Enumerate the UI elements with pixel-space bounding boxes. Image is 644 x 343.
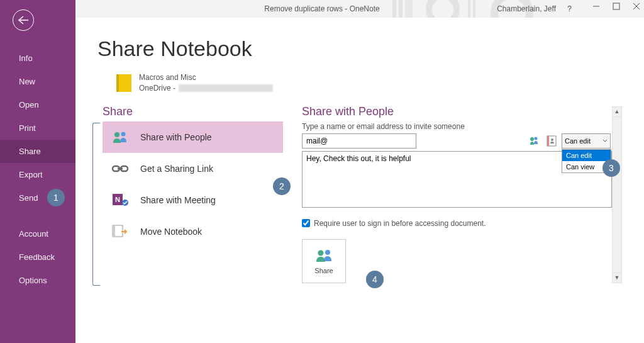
panel-heading: Share with People bbox=[302, 105, 611, 118]
nav-feedback[interactable]: Feedback bbox=[0, 245, 75, 269]
onenote-meeting-icon: N bbox=[111, 193, 129, 208]
svg-rect-8 bbox=[613, 3, 619, 9]
callout-4: 4 bbox=[366, 271, 384, 288]
nav-export[interactable]: Export bbox=[0, 163, 75, 186]
get-sharing-link-option[interactable]: Get a Sharing Link bbox=[103, 153, 283, 184]
people-icon bbox=[314, 248, 333, 263]
nav-open[interactable]: Open bbox=[0, 93, 75, 116]
svg-point-11 bbox=[114, 132, 119, 137]
share-button-label: Share bbox=[314, 267, 333, 274]
permission-option-edit[interactable]: Can edit bbox=[562, 150, 611, 161]
people-icon bbox=[111, 130, 129, 145]
nav-info[interactable]: Info bbox=[0, 47, 75, 70]
move-notebook-option[interactable]: Move Notebook bbox=[103, 216, 283, 247]
permission-dropdown[interactable]: Can edit Can edit Can view bbox=[562, 133, 611, 149]
callout-3: 3 bbox=[602, 159, 620, 177]
share-button[interactable]: Share bbox=[302, 239, 346, 283]
main-content: Share Notebook Macros and Misc OneDrive … bbox=[75, 18, 644, 343]
close-button[interactable] bbox=[632, 2, 641, 11]
move-notebook-icon bbox=[111, 224, 129, 239]
svg-point-12 bbox=[121, 132, 126, 136]
notebook-location-prefix: OneDrive - bbox=[139, 83, 175, 94]
share-panel: Share with People Type a name or email a… bbox=[302, 105, 622, 283]
nav-new[interactable]: New bbox=[0, 70, 75, 93]
notebook-name: Macros and Misc bbox=[139, 72, 273, 83]
svg-rect-20 bbox=[113, 225, 115, 237]
nav-share[interactable]: Share bbox=[0, 140, 75, 163]
share-with-people-option[interactable]: Share with People bbox=[103, 121, 283, 153]
window-title: Remove duplicate rows - OneNote bbox=[264, 4, 379, 13]
back-arrow-icon bbox=[18, 16, 29, 25]
nav-account[interactable]: Account bbox=[0, 222, 75, 245]
notebook-icon bbox=[116, 74, 131, 92]
svg-point-26 bbox=[318, 250, 324, 256]
option-label: Share with People bbox=[140, 132, 212, 142]
file-sidebar: Info New Open Print Share Export Send Ac… bbox=[0, 0, 75, 343]
scrollbar[interactable]: ▲ ▼ bbox=[612, 106, 622, 283]
nav-print[interactable]: Print bbox=[0, 116, 75, 140]
page-title: Share Notebook bbox=[97, 37, 622, 61]
option-label: Share with Meeting bbox=[140, 195, 216, 205]
option-label: Get a Sharing Link bbox=[140, 164, 213, 174]
maximize-button[interactable] bbox=[612, 2, 621, 11]
check-names-icon[interactable] bbox=[529, 136, 539, 146]
nav-options[interactable]: Options bbox=[0, 269, 75, 292]
svg-rect-24 bbox=[547, 136, 549, 146]
svg-text:N: N bbox=[115, 196, 120, 203]
callout-1: 1 bbox=[47, 189, 65, 206]
permission-selected: Can edit bbox=[565, 137, 591, 145]
address-book-icon[interactable] bbox=[545, 135, 558, 147]
chevron-down-icon bbox=[602, 139, 608, 143]
svg-point-22 bbox=[535, 137, 538, 140]
invite-field-label: Type a name or email address to invite s… bbox=[302, 122, 611, 131]
user-name[interactable]: Chamberlain, Jeff bbox=[497, 4, 556, 13]
callout-2: 2 bbox=[273, 177, 291, 195]
invite-email-input[interactable] bbox=[302, 133, 416, 149]
notebook-info: Macros and Misc OneDrive - bbox=[116, 72, 622, 94]
help-button[interactable]: ? bbox=[567, 4, 572, 13]
require-signin-checkbox[interactable] bbox=[302, 219, 310, 227]
link-icon bbox=[111, 161, 129, 176]
require-signin-label: Require user to sign in before accessing… bbox=[314, 219, 486, 228]
notebook-location-redacted bbox=[179, 84, 273, 92]
scroll-up-icon[interactable]: ▲ bbox=[613, 107, 621, 117]
svg-point-25 bbox=[551, 138, 553, 141]
scroll-down-icon[interactable]: ▼ bbox=[613, 273, 621, 283]
minimize-button[interactable] bbox=[592, 2, 601, 11]
back-button[interactable] bbox=[13, 9, 34, 31]
svg-point-27 bbox=[325, 250, 330, 255]
option-label: Move Notebook bbox=[140, 227, 202, 237]
share-options-column: Share Share with People Get a Sharing Li… bbox=[97, 105, 283, 283]
bracket-decoration bbox=[92, 123, 100, 286]
svg-point-21 bbox=[530, 137, 534, 141]
title-bar: Remove duplicate rows - OneNote Chamberl… bbox=[0, 0, 644, 18]
share-with-meeting-option[interactable]: N Share with Meeting bbox=[103, 184, 283, 216]
share-heading: Share bbox=[103, 105, 283, 118]
